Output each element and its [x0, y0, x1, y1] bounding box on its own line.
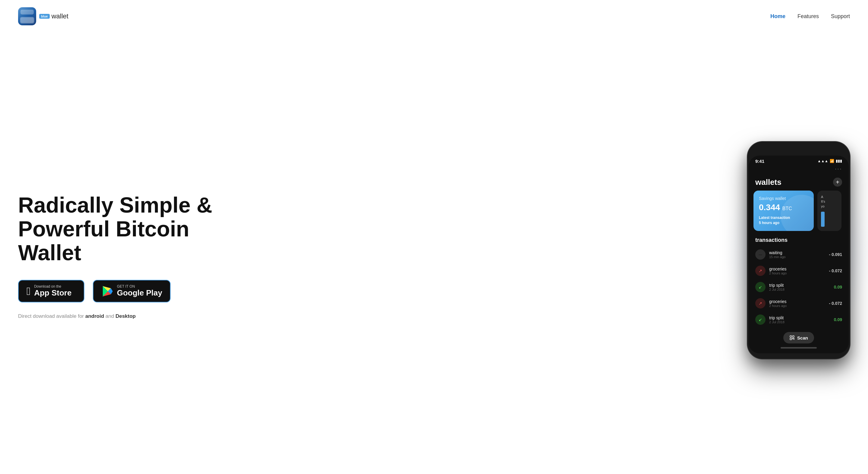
phone-frame: 9:41 ▲▲▲ 📶 ▮▮▮ ··· wallets +	[747, 142, 850, 359]
tx-details-3: groceries 2 hours ago	[769, 299, 829, 307]
hero-title: Radically Simple & Powerful Bitcoin Wall…	[18, 193, 223, 265]
wallet-card-name: Savings wallet	[759, 196, 808, 201]
tx-name-1: groceries	[769, 267, 829, 271]
nav-link-support[interactable]: Support	[831, 13, 850, 19]
tx-amount-1: - 0.072	[829, 268, 842, 273]
alt-wallet-text: A It's yo	[821, 195, 838, 209]
wifi-icon: 📶	[830, 159, 834, 163]
direct-download-text: Direct download available for android an…	[18, 313, 223, 319]
tx-amount-0: - 0.091	[829, 252, 842, 257]
savings-wallet-card[interactable]: Savings wallet 0.344 BTC Latest transact…	[753, 190, 814, 231]
appstore-button[interactable]:  Download on the App Store	[18, 280, 84, 302]
tx-details-2: trip split 2 Jul 2018	[769, 283, 834, 291]
battery-icon: ▮▮▮	[836, 159, 842, 163]
tx-icon-0: ···	[755, 249, 766, 260]
logo-icon	[18, 7, 36, 25]
googleplay-sub: GET IT ON	[117, 285, 162, 288]
apple-icon: 	[27, 286, 30, 297]
transactions-list: ··· waiting 15 min ago - 0.091 ↗ groceri…	[749, 246, 849, 328]
signal-icon: ▲▲▲	[817, 159, 828, 163]
transactions-title: transactions	[749, 237, 849, 243]
wallet-card-amount: 0.344 BTC	[759, 203, 808, 212]
scan-icon	[789, 335, 795, 340]
logo-blue-label: blue	[39, 14, 50, 19]
logo-wallet-label: wallet	[52, 12, 68, 20]
nav-link-home[interactable]: Home	[770, 13, 785, 19]
svg-rect-2	[793, 335, 794, 337]
tx-item-2[interactable]: ↙ trip split 2 Jul 2018 0.09	[752, 279, 846, 295]
phone-add-button[interactable]: +	[833, 178, 842, 187]
wallet-card-latest: Latest transaction 5 hours ago	[759, 215, 808, 226]
tx-icon-3: ↗	[755, 298, 766, 308]
tx-name-0: waiting	[769, 250, 829, 255]
store-buttons:  Download on the App Store GET IT ON	[18, 280, 223, 302]
tx-time-1: 2 hours ago	[769, 271, 829, 275]
nav-link-features[interactable]: Features	[798, 13, 819, 19]
phone-header: wallets +	[749, 175, 849, 190]
phone-dots-menu[interactable]: ···	[749, 165, 849, 175]
phone-wallets-title: wallets	[755, 178, 781, 187]
tx-item-4[interactable]: ↙ trip split 2 Jul 2018 0.09	[752, 312, 846, 328]
tx-item-1[interactable]: ↗ groceries 2 hours ago - 0.072	[752, 263, 846, 279]
appstore-sub: Download on the	[34, 285, 71, 288]
status-time: 9:41	[755, 158, 764, 164]
android-link[interactable]: android	[85, 313, 104, 319]
home-indicator	[781, 347, 817, 349]
phone-screen: 9:41 ▲▲▲ 📶 ▮▮▮ ··· wallets +	[749, 156, 849, 353]
appstore-text: Download on the App Store	[34, 285, 71, 298]
tx-amount-2: 0.09	[834, 285, 842, 290]
status-icons: ▲▲▲ 📶 ▮▮▮	[817, 159, 842, 163]
alt-wallet-bar	[821, 212, 825, 227]
tx-name-4: trip split	[769, 316, 834, 320]
desktop-link[interactable]: Desktop	[116, 313, 135, 319]
tx-icon-2: ↙	[755, 282, 766, 292]
googleplay-main: Google Play	[117, 288, 162, 298]
scan-button[interactable]: Scan	[783, 332, 814, 344]
tx-item-0[interactable]: ··· waiting 15 min ago - 0.091	[752, 246, 846, 263]
hero-left: Radically Simple & Powerful Bitcoin Wall…	[18, 181, 223, 320]
googleplay-button[interactable]: GET IT ON Google Play	[93, 280, 170, 302]
tx-icon-4: ↙	[755, 315, 766, 325]
appstore-main: App Store	[34, 288, 71, 298]
svg-rect-3	[790, 338, 792, 340]
logo[interactable]: blue wallet	[18, 7, 68, 25]
googleplay-text: GET IT ON Google Play	[117, 285, 162, 298]
tx-name-2: trip split	[769, 283, 834, 288]
tx-amount-3: - 0.072	[829, 301, 842, 306]
nav-links: Home Features Support	[770, 13, 850, 20]
tx-time-0: 15 min ago	[769, 255, 829, 259]
tx-details-4: trip split 2 Jul 2018	[769, 316, 834, 324]
scan-label: Scan	[797, 335, 808, 340]
googleplay-icon	[101, 285, 113, 297]
tx-amount-4: 0.09	[834, 317, 842, 322]
hero-section: Radically Simple & Powerful Bitcoin Wall…	[0, 33, 868, 474]
hero-right: 9:41 ▲▲▲ 📶 ▮▮▮ ··· wallets +	[747, 142, 850, 359]
tx-icon-1: ↗	[755, 266, 766, 276]
logo-name: blue wallet	[39, 12, 68, 20]
wallet-cards-container: Savings wallet 0.344 BTC Latest transact…	[749, 190, 849, 231]
tx-time-4: 2 Jul 2018	[769, 320, 834, 324]
tx-time-2: 2 Jul 2018	[769, 288, 834, 291]
navbar: blue wallet Home Features Support	[0, 0, 868, 33]
tx-item-3[interactable]: ↗ groceries 2 hours ago - 0.072	[752, 295, 846, 312]
svg-rect-1	[790, 335, 792, 337]
tx-details-1: groceries 2 hours ago	[769, 267, 829, 275]
phone-status-bar: 9:41 ▲▲▲ 📶 ▮▮▮	[749, 156, 849, 165]
alt-wallet-card[interactable]: A It's yo	[817, 190, 841, 231]
tx-time-3: 2 hours ago	[769, 304, 829, 307]
tx-name-3: groceries	[769, 299, 829, 304]
wallet-card-unit: BTC	[782, 206, 792, 211]
tx-details-0: waiting 15 min ago	[769, 250, 829, 259]
phone-notch	[781, 147, 817, 154]
